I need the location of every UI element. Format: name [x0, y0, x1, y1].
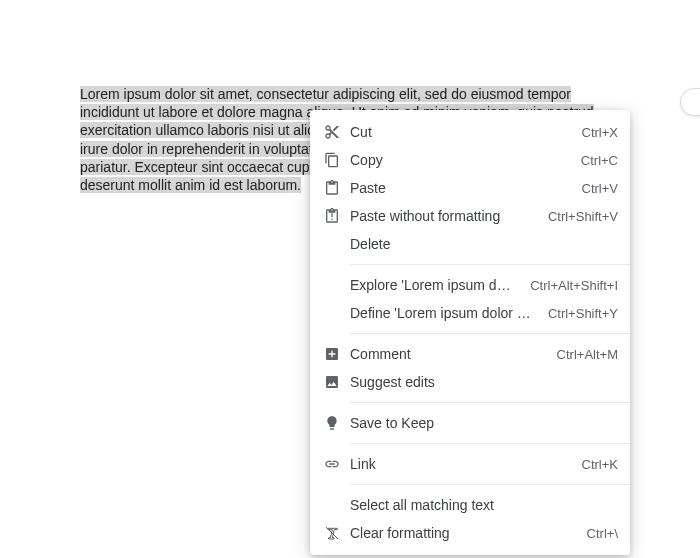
- menu-item-define[interactable]: Define 'Lorem ipsum dolor s…' Ctrl+Shift…: [310, 299, 630, 327]
- menu-item-link[interactable]: Link Ctrl+K: [310, 450, 630, 478]
- link-icon: [322, 454, 342, 474]
- menu-item-delete[interactable]: Delete: [310, 230, 630, 258]
- menu-label: Save to Keep: [350, 415, 618, 431]
- blank-icon: [322, 495, 342, 515]
- menu-divider: [350, 402, 630, 403]
- menu-label: Clear formatting: [350, 525, 571, 541]
- comment-icon: [322, 344, 342, 364]
- menu-label: Comment: [350, 346, 541, 362]
- menu-item-suggest-edits[interactable]: Suggest edits: [310, 368, 630, 396]
- keep-icon: [322, 413, 342, 433]
- menu-shortcut: Ctrl+Shift+Y: [548, 306, 618, 321]
- paste-plain-icon: [322, 206, 342, 226]
- menu-item-clear-formatting[interactable]: Clear formatting Ctrl+\: [310, 519, 630, 547]
- menu-shortcut: Ctrl+K: [582, 457, 618, 472]
- menu-shortcut: Ctrl+Alt+M: [557, 347, 618, 362]
- menu-label: Link: [350, 456, 566, 472]
- menu-label: Copy: [350, 152, 565, 168]
- menu-shortcut: Ctrl+\: [587, 526, 618, 541]
- blank-icon: [322, 234, 342, 254]
- menu-label: Cut: [350, 124, 566, 140]
- menu-item-select-all-matching[interactable]: Select all matching text: [310, 491, 630, 519]
- copy-icon: [322, 150, 342, 170]
- menu-item-save-to-keep[interactable]: Save to Keep: [310, 409, 630, 437]
- menu-shortcut: Ctrl+Shift+V: [548, 209, 618, 224]
- menu-divider: [350, 484, 630, 485]
- menu-shortcut: Ctrl+C: [581, 153, 618, 168]
- menu-item-copy[interactable]: Copy Ctrl+C: [310, 146, 630, 174]
- menu-item-paste[interactable]: Paste Ctrl+V: [310, 174, 630, 202]
- menu-label: Suggest edits: [350, 374, 618, 390]
- menu-label: Paste: [350, 180, 566, 196]
- suggest-icon: [322, 372, 342, 392]
- menu-label: Define 'Lorem ipsum dolor s…': [350, 305, 532, 321]
- menu-divider: [350, 264, 630, 265]
- menu-item-paste-without-formatting[interactable]: Paste without formatting Ctrl+Shift+V: [310, 202, 630, 230]
- clear-format-icon: [322, 523, 342, 543]
- side-panel-toggle[interactable]: [680, 88, 700, 116]
- menu-label: Select all matching text: [350, 497, 618, 513]
- menu-label: Delete: [350, 236, 618, 252]
- menu-shortcut: Ctrl+V: [582, 181, 618, 196]
- menu-label: Explore 'Lorem ipsum dolor s…': [350, 277, 514, 293]
- blank-icon: [322, 303, 342, 323]
- menu-item-explore[interactable]: Explore 'Lorem ipsum dolor s…' Ctrl+Alt+…: [310, 271, 630, 299]
- menu-divider: [350, 443, 630, 444]
- paste-icon: [322, 178, 342, 198]
- menu-item-comment[interactable]: Comment Ctrl+Alt+M: [310, 340, 630, 368]
- menu-shortcut: Ctrl+Alt+Shift+I: [530, 278, 618, 293]
- context-menu: Cut Ctrl+X Copy Ctrl+C Paste Ctrl+V Past…: [310, 110, 630, 555]
- cut-icon: [322, 122, 342, 142]
- menu-label: Paste without formatting: [350, 208, 532, 224]
- menu-divider: [350, 333, 630, 334]
- menu-item-cut[interactable]: Cut Ctrl+X: [310, 118, 630, 146]
- blank-icon: [322, 275, 342, 295]
- menu-shortcut: Ctrl+X: [582, 125, 618, 140]
